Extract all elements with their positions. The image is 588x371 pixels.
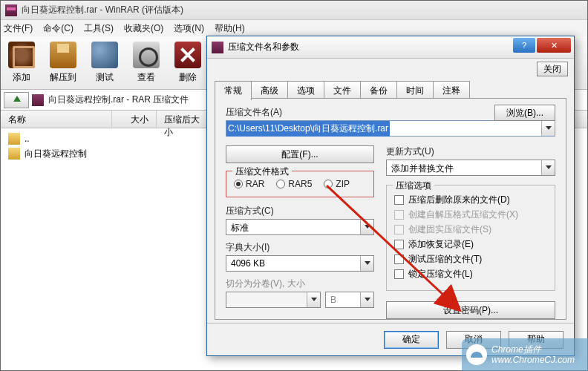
radio-rar[interactable]: RAR (234, 179, 264, 189)
path-text: 向日葵远程控制.rar - RAR 压缩文件 (48, 93, 189, 106)
chevron-down-icon[interactable] (541, 160, 555, 175)
chk-sfx: 创建自解压格式压缩文件(X) (394, 209, 547, 221)
split-unit-combo[interactable]: B (325, 292, 374, 308)
tool-view[interactable]: 查看 (125, 36, 167, 89)
format-label: 压缩文件格式 (232, 165, 292, 178)
split-label: 切分为分卷(V), 大小 (226, 278, 374, 290)
chevron-down-icon[interactable] (360, 256, 373, 271)
update-combo[interactable]: 添加并替换文件 (386, 160, 555, 176)
method-combo[interactable]: 标准 (226, 219, 374, 235)
watermark-line2: www.ChromeCJ.com (491, 355, 575, 365)
window-help-button[interactable]: ? (513, 38, 535, 53)
options-group: 压缩选项 压缩后删除原来的文件(D) 创建自解压格式压缩文件(X) 创建固实压缩… (386, 185, 555, 291)
dict-combo[interactable]: 4096 KB (226, 255, 374, 272)
chk-lock[interactable]: 锁定压缩文件(L) (394, 268, 547, 280)
delete-icon (174, 42, 201, 68)
archive-icon (32, 94, 44, 106)
chevron-down-icon[interactable] (360, 220, 373, 234)
watermark-icon (466, 344, 487, 365)
chk-recovery[interactable]: 添加恢复记录(E) (394, 238, 547, 251)
filename-value: C:\Users\11\Desktop\向日葵远程控制.rar (226, 121, 390, 137)
chevron-down-icon[interactable] (307, 292, 320, 307)
menu-tools[interactable]: 工具(S) (84, 22, 114, 35)
main-title: 向日葵远程控制.rar - WinRAR (评估版本) (22, 4, 183, 16)
tool-test[interactable]: 测试 (84, 36, 125, 89)
dialog-titlebar: 压缩文件名和参数 ? ✕ (207, 36, 574, 59)
col-size[interactable]: 大小 (112, 111, 157, 128)
extract-icon (50, 42, 76, 68)
menu-command[interactable]: 命令(C) (43, 22, 74, 35)
tab-panel: 浏览(B)... 压缩文件名(A) C:\Users\11\Desktop\向日… (215, 98, 566, 320)
menu-file[interactable]: 文件(F) (4, 22, 33, 35)
radio-rar5[interactable]: RAR5 (276, 179, 312, 189)
method-label: 压缩方式(C) (226, 205, 374, 217)
tool-delete[interactable]: 删除 (167, 36, 209, 89)
chk-delete[interactable]: 压缩后删除原来的文件(D) (394, 194, 547, 206)
config-button[interactable]: 配置(F)... (226, 145, 374, 163)
chk-solid: 创建固实压缩文件(S) (394, 223, 547, 236)
archive-params-dialog: 压缩文件名和参数 ? ✕ 关闭 常规 高级 选项 文件 备份 时间 注释 浏览(… (206, 36, 575, 356)
chevron-down-icon[interactable] (541, 121, 555, 136)
chk-test[interactable]: 测试压缩的文件(T) (394, 253, 547, 266)
tool-add[interactable]: 添加 (1, 36, 42, 89)
menubar: 文件(F) 命令(C) 工具(S) 收藏夹(O) 选项(N) 帮助(H) (1, 20, 587, 36)
folder-up-icon (8, 133, 20, 145)
app-icon (5, 4, 17, 16)
watermark: Chrome插件 www.ChromeCJ.com (462, 338, 588, 371)
up-button[interactable] (4, 92, 29, 108)
close-button[interactable]: 关闭 (537, 62, 568, 76)
options-label: 压缩选项 (393, 180, 434, 192)
chevron-down-icon[interactable] (360, 292, 373, 307)
view-icon (133, 42, 160, 68)
tool-extract[interactable]: 解压到 (42, 36, 84, 89)
window-close-button[interactable]: ✕ (537, 38, 571, 53)
menu-options[interactable]: 选项(N) (174, 22, 204, 35)
dict-label: 字典大小(I) (226, 241, 374, 254)
password-button[interactable]: 设置密码(P)... (386, 301, 555, 319)
ok-button[interactable]: 确定 (384, 331, 439, 349)
split-size-combo[interactable] (226, 292, 321, 308)
radio-zip[interactable]: ZIP (324, 179, 350, 189)
filename-combo[interactable]: C:\Users\11\Desktop\向日葵远程控制.rar (226, 120, 555, 137)
add-icon (8, 42, 35, 68)
update-label: 更新方式(U) (386, 145, 555, 158)
menu-help[interactable]: 帮助(H) (215, 22, 245, 35)
menu-fav[interactable]: 收藏夹(O) (124, 22, 163, 35)
dialog-icon (212, 42, 223, 53)
col-name[interactable]: 名称 (1, 111, 112, 128)
folder-icon (8, 148, 20, 160)
watermark-line1: Chrome插件 (491, 344, 575, 355)
browse-button[interactable]: 浏览(B)... (494, 105, 555, 121)
tab-general[interactable]: 常规 (215, 81, 252, 100)
test-icon (91, 42, 118, 68)
format-group: 压缩文件格式 RAR RAR5 ZIP (226, 171, 374, 197)
dialog-title: 压缩文件名和参数 (228, 41, 299, 53)
main-titlebar: 向日葵远程控制.rar - WinRAR (评估版本) (1, 1, 587, 20)
